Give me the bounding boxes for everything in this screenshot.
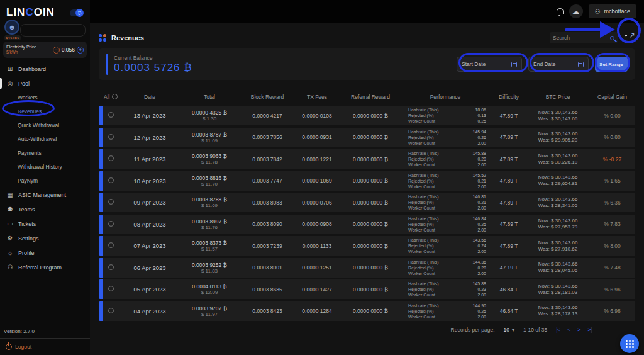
sidebar-item-teams[interactable]: ⚉ Teams [0, 202, 90, 217]
notifications-bell-icon[interactable] [557, 8, 564, 14]
row-btc-price: Now: $ 30,143.66 Was: $ 28,341.05 [526, 196, 589, 209]
username-label: mcbotface [604, 8, 630, 14]
calendar-icon [511, 62, 517, 67]
row-radio[interactable] [108, 221, 114, 227]
end-date-input[interactable]: End Date [528, 57, 589, 72]
referral-icon: ⚇ [6, 264, 14, 271]
sidebar-item-profile[interactable]: ☼ Profile [0, 245, 90, 260]
row-btc-price: Now: $ 30,143.66 Was: $ 27,953.79 [526, 218, 589, 230]
row-btc-price: Now: $ 30,143.66 Was: $ 29,905.20 [526, 131, 589, 144]
row-tx-fees: 0.0000 1251 [292, 264, 341, 271]
header-tx-fees: TX Fees [292, 94, 341, 100]
row-btc-price: Now: $ 30,143.66 Was: $ 28,045.06 [526, 261, 589, 274]
row-total: 0.0003 8373 ₿ $ 11.57 [177, 240, 242, 252]
row-referral-reward: 0.0000 0000 ₿ [341, 200, 399, 206]
row-block-reward: 0.0003 8001 [242, 264, 292, 271]
electricity-plus-button[interactable]: + [77, 47, 84, 54]
sidebar-item-asic-management[interactable]: ▦ ASIC Management [0, 188, 90, 202]
electricity-price-unit: $/kWh [6, 50, 53, 54]
row-date: 12 Apr 2023 [123, 134, 177, 141]
header-referral-reward: Referral Reward [341, 94, 399, 100]
row-performance: Hashrate (Th/s) Rejected (%) Worker Coun… [399, 194, 491, 211]
row-date: 05 Apr 2023 [123, 286, 177, 293]
row-date: 07 Apr 2023 [123, 242, 177, 249]
row-date: 04 Apr 2023 [123, 308, 177, 315]
sidebar-item-settings[interactable]: ⚙ Settings [0, 231, 90, 245]
sidebar-subitem[interactable]: Payments [0, 146, 90, 160]
row-radio[interactable] [108, 112, 114, 118]
last-page-icon[interactable]: >| [587, 327, 591, 333]
electricity-minus-button[interactable]: − [53, 47, 60, 54]
header-all: All [104, 94, 123, 100]
set-range-button[interactable]: Set Range [595, 57, 628, 72]
row-referral-reward: 0.0000 0000 ₿ [341, 113, 399, 119]
row-capital-gain: % 6.36 [589, 200, 635, 206]
select-all-radio[interactable] [112, 94, 118, 99]
apps-grid-fab-button[interactable] [620, 334, 639, 353]
row-radio[interactable] [108, 264, 114, 270]
row-total: 0.0003 9063 ₿ $ 11.78 [177, 153, 242, 165]
sidebar-item-referral-program[interactable]: ⚇ Referral Program [0, 260, 90, 274]
prev-page-icon[interactable]: < [567, 327, 570, 333]
app-window: LINCOIN ₿ ☻ $46TB0 Electricity Price $/k… [0, 0, 644, 355]
sidebar-item-dashboard[interactable]: ⊞ Dashboard [0, 62, 90, 76]
search-input[interactable] [553, 35, 610, 41]
sidebar-item-label: Pool [18, 81, 30, 87]
avatar[interactable]: ☻ [4, 20, 19, 35]
row-block-reward: 0.0003 8423 [242, 308, 292, 314]
row-block-reward: 0.0003 8685 [242, 286, 292, 293]
logout-button[interactable]: Logout [0, 339, 90, 355]
records-per-page-select[interactable]: 10 ▾ [504, 327, 514, 333]
user-menu-button[interactable]: ⚇ mcbotface [589, 4, 637, 18]
row-referral-reward: 0.0000 0000 ₿ [341, 286, 399, 293]
header-btc-price: BTC Price [526, 94, 589, 100]
balance-value: 0.0003 5726 ₿ [114, 62, 457, 74]
users-icon: ⚇ [595, 8, 601, 15]
pool-icon: ◎ [6, 80, 14, 87]
sidebar-subitem[interactable]: Revenues [0, 104, 90, 118]
brand-logo: LINCOIN [6, 6, 55, 19]
table-header-row: All Date Total Block Reward TX Fees Refe… [99, 91, 635, 102]
start-date-input[interactable]: Start Date [457, 57, 522, 72]
sidebar-subitem[interactable]: Workers [0, 91, 90, 104]
row-performance: Hashrate (Th/s) Rejected (%) Worker Coun… [399, 129, 491, 146]
first-page-icon[interactable]: |< [556, 327, 560, 333]
row-capital-gain: % 8.00 [589, 243, 635, 249]
end-date-placeholder: End Date [533, 61, 555, 67]
sidebar-nav: ⊞ Dashboard ◎ Pool Workers Revenues Quic… [0, 62, 90, 274]
row-block-reward: 0.0003 7842 [242, 156, 292, 162]
sidebar-subitem[interactable]: Quick Withdrawal [0, 118, 90, 132]
row-radio[interactable] [108, 199, 114, 205]
sidebar: LINCOIN ₿ ☻ $46TB0 Electricity Price $/k… [0, 0, 90, 355]
row-block-reward: 0.0003 7856 [242, 134, 292, 140]
electricity-price-label: Electricity Price [6, 45, 53, 50]
next-page-icon[interactable]: > [577, 327, 580, 333]
sidebar-subitem[interactable]: Auto-Withdrawal [0, 132, 90, 146]
sidebar-item-tickets[interactable]: ▭ Tickets [0, 217, 90, 231]
sidebar-item-pool[interactable]: ◎ Pool [0, 76, 90, 91]
cloud-icon[interactable]: ☁ [569, 4, 583, 18]
row-tx-fees: 0.0000 0108 [292, 113, 341, 119]
row-radio[interactable] [108, 308, 114, 313]
sidebar-subitem[interactable]: PayNym [0, 174, 90, 188]
row-capital-gain: % 1.65 [589, 178, 635, 184]
sidebar-item-label: Profile [18, 250, 35, 256]
row-performance: Hashrate (Th/s) Rejected (%) Worker Coun… [399, 150, 491, 167]
row-performance: Hashrate (Th/s) Rejected (%) Worker Coun… [399, 107, 491, 124]
currency-toggle[interactable]: ₿ [70, 9, 84, 16]
sidebar-item-label: Teams [18, 206, 35, 213]
sidebar-subitem[interactable]: Withdrawal History [0, 160, 90, 174]
row-radio[interactable] [108, 155, 114, 161]
row-tx-fees: 0.0000 0908 [292, 221, 341, 227]
search-icon[interactable] [610, 36, 614, 40]
row-radio[interactable] [108, 286, 114, 291]
row-radio[interactable] [108, 242, 114, 248]
row-radio[interactable] [108, 134, 114, 140]
table-row: 05 Apr 2023 0.0004 0113 ₿ $ 12.09 0.0003… [99, 279, 635, 299]
balance-label: Current Balance [114, 55, 457, 61]
row-radio[interactable] [108, 178, 114, 183]
row-tx-fees: 0.0000 1221 [292, 156, 341, 162]
row-block-reward: 0.0003 7239 [242, 243, 292, 249]
export-button[interactable]: ↗ [624, 32, 635, 43]
row-difficulty: 46.84 T [491, 286, 526, 293]
